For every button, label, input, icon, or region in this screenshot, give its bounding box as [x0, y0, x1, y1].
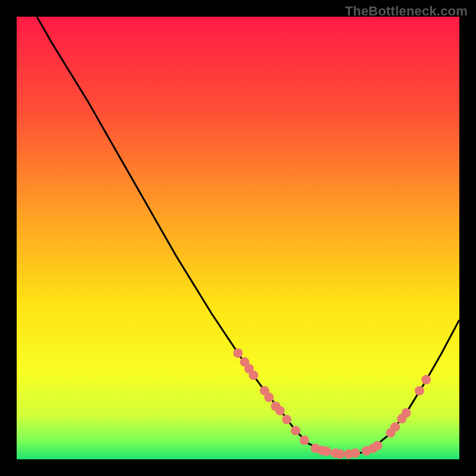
- curve-marker: [350, 449, 360, 458]
- curve-marker: [291, 426, 300, 436]
- attribution-text: TheBottleneck.com: [345, 4, 468, 19]
- curve-marker: [372, 441, 382, 450]
- curve-marker: [335, 449, 345, 459]
- curve-marker: [300, 436, 309, 445]
- curve-marker: [421, 375, 431, 384]
- curve-marker: [402, 408, 411, 418]
- chart-svg: [0, 0, 476, 476]
- curve-marker: [322, 447, 331, 456]
- curve-marker: [233, 348, 243, 358]
- curve-marker: [415, 386, 424, 396]
- curve-marker: [275, 406, 285, 415]
- curve-marker: [264, 393, 274, 402]
- curve-marker: [390, 422, 400, 432]
- curve-marker: [249, 371, 258, 380]
- chart-container: TheBottleneck.com: [0, 0, 476, 476]
- curve-marker: [282, 415, 292, 424]
- plot-background: [17, 17, 459, 459]
